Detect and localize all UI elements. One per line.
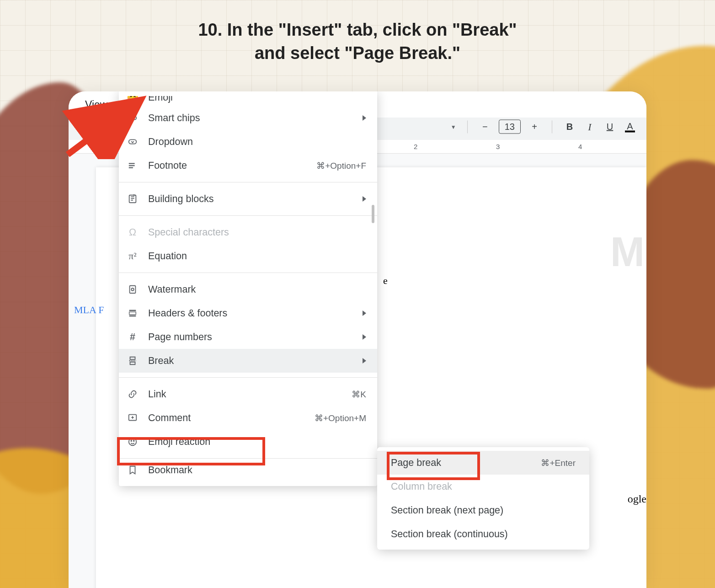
document-text-fragment: e (383, 275, 388, 287)
app-window: View Insert Format Tools Extensions Help… (69, 91, 646, 588)
equation-icon: π² (127, 251, 138, 262)
ruler-mark: 2 (414, 143, 417, 150)
dropdown-caret-icon[interactable]: ▼ (451, 123, 456, 130)
menu-divider (119, 182, 377, 182)
shortcut-label: ⌘+Enter (541, 458, 576, 468)
footnote-icon (127, 160, 138, 171)
menu-item-break[interactable]: Break (119, 349, 377, 373)
omega-icon: Ω (127, 227, 138, 238)
watermark-icon (127, 284, 138, 295)
ruler-mark: 3 (496, 143, 500, 150)
menu-divider (119, 458, 377, 459)
svg-point-14 (131, 440, 132, 441)
building-blocks-icon (127, 193, 138, 204)
ruler-mark: 4 (578, 143, 582, 150)
svg-rect-3 (129, 163, 135, 164)
submenu-item-section-break-continuous[interactable]: Section break (continuous) (377, 522, 589, 546)
menu-item-building-blocks[interactable]: Building blocks (119, 187, 377, 211)
submenu-arrow-icon (363, 310, 366, 316)
comment-icon (127, 412, 138, 423)
svg-rect-10 (129, 315, 136, 317)
headers-footers-icon (127, 308, 138, 319)
bold-button[interactable]: B (563, 122, 576, 132)
text-color-button[interactable]: A (624, 121, 636, 133)
toolbar-separator (552, 120, 552, 133)
break-submenu: Page break ⌘+Enter Column break Section … (377, 447, 589, 550)
submenu-arrow-icon (363, 196, 366, 202)
italic-button[interactable]: I (583, 121, 596, 133)
instruction-text: 10. In the "Insert" tab, click on "Break… (129, 18, 586, 65)
svg-line-17 (68, 103, 136, 155)
svg-rect-9 (129, 310, 136, 311)
font-size-decrease[interactable]: − (479, 122, 491, 132)
submenu-item-column-break[interactable]: Column break (377, 475, 589, 498)
shortcut-label: ⌘K (352, 389, 366, 400)
menu-item-equation[interactable]: π² Equation (119, 244, 377, 268)
menu-item-comment[interactable]: Comment ⌘+Option+M (119, 406, 377, 430)
menu-divider (119, 215, 377, 216)
menu-item-bookmark[interactable]: Bookmark (119, 463, 377, 477)
menu-divider (119, 273, 377, 273)
document-text-fragment: ogle (628, 493, 646, 505)
menu-item-special-characters[interactable]: Ω Special characters (119, 220, 377, 244)
svg-rect-4 (129, 165, 135, 166)
svg-rect-5 (129, 167, 133, 168)
shortcut-label: ⌘+Option+M (315, 413, 366, 423)
menu-item-page-numbers[interactable]: # Page numbers (119, 325, 377, 349)
submenu-item-section-break-next[interactable]: Section break (next page) (377, 498, 589, 522)
svg-rect-11 (129, 312, 136, 315)
submenu-arrow-icon (363, 115, 366, 121)
link-icon (127, 389, 138, 400)
menu-item-watermark[interactable]: Watermark (119, 278, 377, 301)
font-size-input[interactable]: 13 (499, 120, 521, 134)
svg-point-15 (133, 440, 134, 441)
document-text-fragment: MLA F (74, 304, 104, 316)
toolbar-separator (467, 120, 468, 133)
svg-point-8 (131, 288, 134, 291)
page-break-icon (127, 355, 138, 366)
svg-point-13 (129, 438, 137, 446)
menu-item-link[interactable]: Link ⌘K (119, 382, 377, 406)
menu-item-headers-footers[interactable]: Headers & footers (119, 301, 377, 325)
emoji-reaction-icon (127, 436, 138, 447)
submenu-arrow-icon (363, 334, 366, 340)
hash-icon: # (127, 331, 138, 342)
menu-divider (119, 377, 377, 378)
menu-item-emoji-reaction[interactable]: Emoji reaction (119, 430, 377, 454)
shortcut-label: ⌘+Option+F (316, 160, 366, 171)
bookmark-icon (127, 465, 138, 476)
submenu-arrow-icon (363, 358, 366, 363)
submenu-item-page-break[interactable]: Page break ⌘+Enter (377, 451, 589, 475)
font-size-increase[interactable]: + (528, 122, 541, 132)
underline-button[interactable]: U (603, 122, 616, 132)
svg-rect-7 (130, 286, 136, 294)
menu-scrollbar[interactable] (372, 205, 374, 223)
callout-arrow (59, 95, 159, 159)
watermark-fragment: M (610, 229, 646, 276)
